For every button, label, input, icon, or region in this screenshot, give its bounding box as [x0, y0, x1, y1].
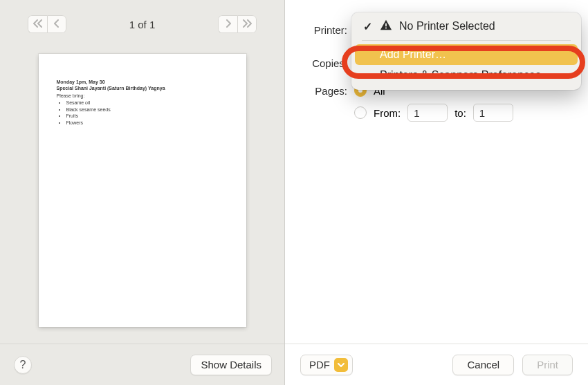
prev-page-group	[28, 15, 66, 33]
pages-label: Pages:	[304, 84, 354, 97]
show-details-button[interactable]: Show Details	[190, 355, 272, 375]
menu-separator	[362, 40, 571, 41]
warning-icon	[380, 19, 392, 34]
copies-label: Copies:	[304, 57, 354, 69]
help-icon: ?	[20, 359, 26, 371]
checkmark-icon: ✓	[362, 20, 373, 33]
doc-bullet-list: Sesame oil Black sesame seeds Fruits Flo…	[66, 100, 228, 126]
printer-prefs-option[interactable]: Printers & Scanners Preferences…	[355, 65, 578, 86]
printer-option-none[interactable]: ✓ No Printer Selected	[355, 16, 578, 37]
dialog-footer: PDF Cancel Print	[285, 344, 588, 385]
printer-label: Printer:	[304, 24, 354, 36]
pages-radio-group: All From: to:	[354, 84, 513, 122]
page-preview: Monday 1pm, May 30 Special Shani Jayanti…	[39, 54, 246, 327]
next-page-button[interactable]	[218, 15, 237, 33]
printer-prefs-label: Printers & Scanners Preferences…	[380, 69, 568, 82]
pdf-button-label: PDF	[309, 359, 330, 370]
doc-bullet-item: Fruits	[66, 113, 228, 119]
pages-from-label: From:	[374, 107, 401, 119]
printer-option-none-label: No Printer Selected	[399, 20, 568, 32]
help-button[interactable]: ?	[14, 356, 32, 374]
pages-row: Pages: All From: to:	[304, 84, 569, 122]
doc-line-3: Please bring:	[57, 93, 228, 99]
first-page-button[interactable]	[28, 15, 47, 33]
double-chevron-right-icon	[242, 19, 252, 30]
doc-bullet-item: Black sesame seeds	[66, 106, 228, 113]
pages-to-input[interactable]	[473, 104, 513, 122]
add-printer-option[interactable]: Add Printer…	[355, 44, 578, 65]
preview-pane: 1 of 1 Monday 1pm, May 30 Special Shani …	[0, 0, 285, 385]
cancel-button[interactable]: Cancel	[452, 355, 514, 375]
preview-header: 1 of 1	[0, 0, 284, 48]
doc-bullet-item: Sesame oil	[66, 100, 228, 106]
svg-rect-1	[385, 28, 387, 29]
printer-dropdown-menu: ✓ No Printer Selected Add Printer… Print…	[351, 12, 581, 90]
double-chevron-left-icon	[33, 19, 43, 30]
preview-footer: ? Show Details	[0, 344, 284, 385]
preview-body: Monday 1pm, May 30 Special Shani Jayanti…	[0, 48, 284, 344]
chevron-right-icon	[225, 19, 232, 30]
doc-line-1: Monday 1pm, May 30	[57, 79, 228, 85]
add-printer-label: Add Printer…	[380, 48, 568, 61]
chevron-down-icon	[334, 358, 348, 372]
doc-line-2: Special Shani Jayanti (Saturn Birthday) …	[57, 85, 228, 91]
pages-from-input[interactable]	[407, 104, 448, 122]
svg-rect-0	[385, 24, 387, 27]
pdf-dropdown-button[interactable]: PDF	[300, 355, 353, 375]
next-page-group	[218, 15, 257, 33]
pages-to-label: to:	[454, 107, 466, 119]
chevron-left-icon	[53, 19, 60, 30]
pages-range-option[interactable]: From: to:	[354, 104, 513, 122]
prev-page-button[interactable]	[47, 15, 66, 33]
page-count-label: 1 of 1	[129, 19, 156, 30]
print-dialog: 1 of 1 Monday 1pm, May 30 Special Shani …	[0, 0, 588, 385]
last-page-button[interactable]	[237, 15, 257, 33]
radio-unchecked-icon	[354, 106, 367, 119]
print-button[interactable]: Print	[522, 355, 573, 375]
doc-bullet-item: Flowers	[66, 120, 228, 126]
